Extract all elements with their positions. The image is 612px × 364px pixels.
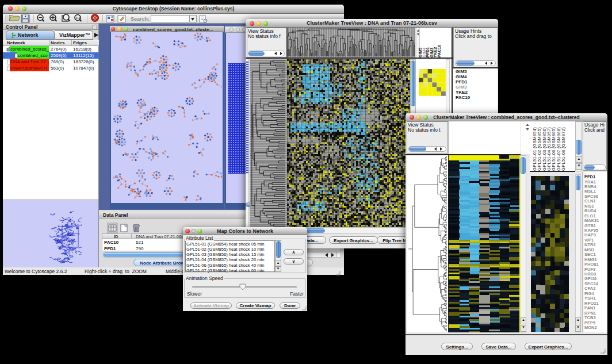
- svg-text:1:1: 1:1: [76, 16, 80, 20]
